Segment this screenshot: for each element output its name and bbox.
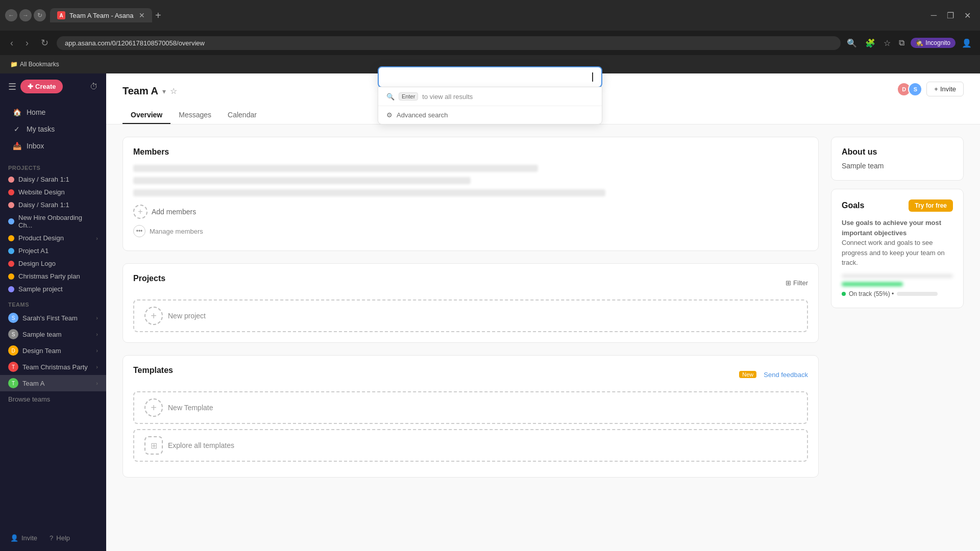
- project-label: Project A1: [18, 247, 48, 255]
- avatar: S: [908, 82, 922, 96]
- invite-button[interactable]: 👤 Invite: [4, 531, 43, 545]
- forward-button[interactable]: →: [19, 9, 32, 21]
- project-item-newhire[interactable]: New Hire Onboarding Ch...: [0, 211, 106, 232]
- project-item-project-a1[interactable]: Project A1: [0, 244, 106, 257]
- address-bar[interactable]: app.asana.com/0/1206178108570058/overvie…: [57, 36, 841, 50]
- nav-reload-button[interactable]: ↻: [37, 35, 53, 51]
- bookmark-button[interactable]: ☆: [881, 36, 893, 50]
- project-item-website[interactable]: Website Design: [0, 186, 106, 198]
- sidebar-item-home[interactable]: 🏠 Home: [4, 104, 102, 120]
- team-avatar: S: [8, 329, 18, 339]
- filter-button[interactable]: ⊞ Filter: [786, 279, 808, 287]
- team-avatar: S: [8, 313, 18, 323]
- sidebar-item-team-christmas[interactable]: T Team Christmas Party ›: [0, 359, 106, 375]
- reload-button[interactable]: ↻: [34, 9, 46, 21]
- home-icon: 🏠: [12, 108, 21, 117]
- tab-calendar[interactable]: Calendar: [219, 107, 265, 124]
- minimize-button[interactable]: ─: [927, 9, 941, 22]
- team-favorite-icon[interactable]: ☆: [170, 86, 177, 96]
- project-item-design-logo[interactable]: Design Logo: [0, 257, 106, 270]
- project-item-daisy2[interactable]: Daisy / Sarah 1:1: [0, 198, 106, 211]
- manage-dots-icon: •••: [133, 225, 145, 237]
- add-member-button[interactable]: + Add members: [133, 202, 808, 222]
- back-button[interactable]: ←: [5, 9, 17, 21]
- add-circle-icon: +: [133, 205, 148, 219]
- project-label: New Hire Onboarding Ch...: [18, 214, 98, 229]
- project-dot: [8, 286, 14, 292]
- nav-forward-button[interactable]: ›: [21, 36, 33, 51]
- invite-button[interactable]: + Invite: [926, 82, 964, 96]
- sidebar-label-inbox: Inbox: [27, 142, 44, 150]
- try-free-button[interactable]: Try for free: [909, 199, 953, 212]
- search-cursor: [592, 72, 593, 82]
- filter-icon: ⊞: [786, 279, 791, 287]
- manage-members-button[interactable]: ••• Manage members: [133, 222, 808, 240]
- invite-help-bar: 👤 Invite ? Help: [0, 525, 106, 551]
- sidebar-item-team-a[interactable]: T Team A ›: [0, 375, 106, 391]
- search-input[interactable]: [387, 73, 592, 82]
- advanced-search-option[interactable]: ⚙ Advanced search: [378, 106, 602, 124]
- team-title-dropdown-icon[interactable]: ▾: [162, 87, 166, 95]
- create-plus-icon: ✚: [28, 83, 33, 90]
- team-label: Design Team: [22, 347, 61, 355]
- sidebar: ☰ ✚ Create ⏱ 🏠 Home ✓ My tasks 📥 Inbox P…: [0, 73, 106, 551]
- timer-icon[interactable]: ⏱: [90, 82, 98, 91]
- tasks-icon: ✓: [12, 124, 21, 134]
- search-button[interactable]: 🔍: [845, 36, 859, 50]
- project-item-daisy-sarah[interactable]: Daisy / Sarah 1:1: [0, 173, 106, 186]
- sidebar-item-my-tasks[interactable]: ✓ My tasks: [4, 121, 102, 137]
- close-tab-button[interactable]: ✕: [139, 11, 145, 19]
- split-button[interactable]: ⧉: [897, 36, 906, 49]
- templates-title: Templates: [133, 366, 173, 375]
- team-members-avatars: D S: [900, 82, 922, 96]
- filter-label: Filter: [793, 279, 808, 287]
- chevron-right-icon: ›: [96, 315, 98, 321]
- chevron-right-icon: ›: [96, 235, 98, 241]
- members-section: Members + Add members ••• Manage members: [122, 137, 819, 251]
- project-item-sample[interactable]: Sample project: [0, 283, 106, 295]
- help-button[interactable]: ? Help: [43, 531, 76, 545]
- enter-key-badge: Enter: [399, 92, 418, 101]
- bookmarks-item[interactable]: 📁 All Bookmarks: [6, 59, 63, 70]
- new-template-button[interactable]: + New Template: [133, 391, 808, 424]
- menu-button[interactable]: ☰: [8, 81, 16, 92]
- sidebar-item-inbox[interactable]: 📥 Inbox: [4, 138, 102, 154]
- about-card: About us Sample team: [831, 137, 964, 181]
- new-tab-button[interactable]: +: [155, 10, 161, 21]
- search-hint-text: to view all results: [422, 93, 473, 101]
- advanced-search-icon: ⚙: [386, 111, 393, 119]
- tab-favicon: A: [57, 11, 65, 19]
- goals-description: Use goals to achieve your most important…: [842, 218, 953, 268]
- sidebar-item-sample-team[interactable]: S Sample team ›: [0, 326, 106, 342]
- maximize-button[interactable]: ❐: [943, 9, 958, 22]
- content-area: Members + Add members ••• Manage members: [106, 124, 980, 551]
- sidebar-header: ☰ ✚ Create ⏱: [0, 73, 106, 99]
- tab-overview[interactable]: Overview: [122, 107, 170, 124]
- invite-label: Invite: [21, 534, 37, 542]
- team-avatar: T: [8, 378, 18, 388]
- project-label: Design Logo: [18, 260, 56, 267]
- sidebar-label-home: Home: [27, 108, 45, 116]
- create-button[interactable]: ✚ Create: [20, 80, 63, 93]
- create-label: Create: [35, 83, 56, 90]
- profile-button[interactable]: 👤: [960, 36, 974, 50]
- nav-back-button[interactable]: ‹: [6, 36, 17, 51]
- explore-templates-button[interactable]: ⊞ Explore all templates: [133, 429, 808, 462]
- sidebar-item-sarahs-team[interactable]: S Sarah's First Team ›: [0, 310, 106, 326]
- close-button[interactable]: ✕: [960, 9, 975, 22]
- tab-title: Team A Team - Asana: [69, 12, 134, 19]
- main-panel: Members + Add members ••• Manage members: [122, 137, 819, 539]
- new-project-button[interactable]: + New project: [133, 299, 808, 332]
- project-item-christmas[interactable]: Christmas Party plan: [0, 270, 106, 283]
- send-feedback-link[interactable]: Send feedback: [764, 371, 808, 379]
- browser-tab[interactable]: A Team A Team - Asana ✕: [50, 8, 152, 22]
- extensions-button[interactable]: 🧩: [863, 36, 877, 50]
- project-label: Christmas Party plan: [18, 272, 80, 280]
- tab-messages[interactable]: Messages: [170, 107, 219, 124]
- sidebar-item-design-team[interactable]: D Design Team ›: [0, 342, 106, 359]
- project-item-product-design[interactable]: Product Design ›: [0, 232, 106, 244]
- projects-title: Projects: [133, 274, 165, 283]
- incognito-badge[interactable]: 🕵 Incognito: [911, 38, 955, 48]
- chevron-right-icon: ›: [96, 364, 98, 370]
- browse-teams-link[interactable]: Browse teams: [0, 391, 106, 407]
